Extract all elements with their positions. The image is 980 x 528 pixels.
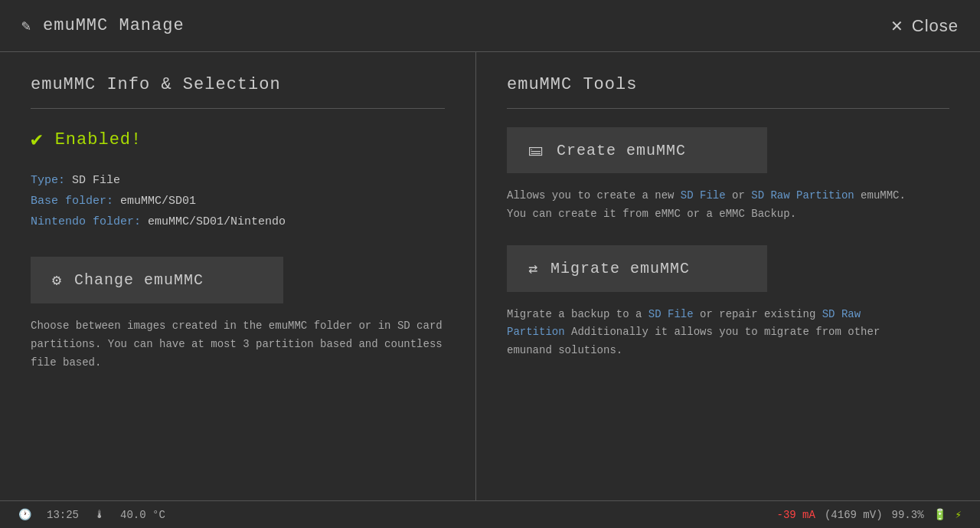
battery-icon: 🔋 (933, 508, 946, 521)
migrate-btn-label: Migrate emuMMC (550, 260, 690, 277)
close-icon: ✕ (890, 17, 904, 35)
nintendo-row: Nintendo folder: emuMMC/SD01/Nintendo (31, 212, 445, 232)
header-left: ✎ emuMMC Manage (21, 16, 185, 35)
right-section-title: emuMMC Tools (507, 75, 949, 94)
close-button[interactable]: ✕ Close (890, 16, 959, 36)
create-emummc-button[interactable]: 🖴 Create emuMMC (507, 127, 767, 173)
create-description: Allows you to create a new SD File or SD… (507, 187, 920, 224)
left-section-title: emuMMC Info & Selection (31, 75, 445, 94)
type-label: Type: (31, 174, 65, 187)
clock-icon: 🕐 (18, 508, 31, 521)
nintendo-value-text: emuMMC/SD01/Nintendo (148, 215, 286, 228)
create-raw-partition-link: SD Raw Partition (751, 189, 854, 202)
footer-right: -39 mA (4169 mV) 99.3% 🔋 ⚡ (777, 508, 962, 521)
footer-time: 13:25 (47, 509, 79, 521)
temp-icon: 🌡 (94, 509, 105, 521)
create-desc-before: Allows you to create a new (507, 189, 681, 202)
info-block: Type: SD File Base folder: emuMMC/SD01 N… (31, 170, 445, 232)
check-icon: ✔ (31, 127, 43, 152)
disk-icon: 🖴 (528, 141, 544, 159)
create-btn-label: Create emuMMC (557, 142, 686, 159)
footer-voltage: (4169 mV) (825, 509, 883, 521)
migrate-description: Migrate a backup to a SD File or repair … (507, 306, 920, 360)
change-btn-label: Change emuMMC (74, 271, 204, 289)
gear-icon: ⚙ (52, 271, 62, 290)
create-section: 🖴 Create emuMMC Allows you to create a n… (507, 127, 949, 224)
footer-current: -39 mA (777, 509, 815, 521)
footer-left: 🕐 13:25 🌡 40.0 °C (18, 508, 165, 521)
bolt-icon: ⚡ (956, 508, 962, 521)
footer: 🕐 13:25 🌡 40.0 °C -39 mA (4169 mV) 99.3%… (0, 500, 980, 528)
type-row: Type: SD File (31, 170, 445, 191)
base-value-text: emuMMC/SD01 (120, 195, 196, 208)
migrate-desc-middle: or repair existing (694, 308, 822, 320)
migrate-section: ⇄ Migrate emuMMC Migrate a backup to a S… (507, 245, 949, 360)
base-label: Base folder: (31, 195, 113, 208)
type-value-text: SD File (72, 174, 120, 187)
migrate-sd-file-link: SD File (648, 308, 694, 320)
footer-battery: 99.3% (892, 509, 924, 521)
close-label: Close (912, 16, 959, 36)
tools-sections: 🖴 Create emuMMC Allows you to create a n… (507, 127, 949, 382)
migrate-desc-before: Migrate a backup to a (507, 308, 648, 320)
right-panel: emuMMC Tools 🖴 Create emuMMC Allows you … (476, 52, 980, 500)
app-title: emuMMC Manage (43, 16, 185, 35)
left-panel: emuMMC Info & Selection ✔ Enabled! Type:… (0, 52, 476, 500)
footer-temperature: 40.0 °C (120, 509, 165, 521)
header: ✎ emuMMC Manage ✕ Close (0, 0, 980, 52)
migrate-icon: ⇄ (528, 259, 538, 278)
enabled-status: ✔ Enabled! (31, 127, 445, 152)
base-row: Base folder: emuMMC/SD01 (31, 191, 445, 212)
change-description: Choose between images created in the emu… (31, 317, 444, 372)
right-divider (507, 108, 949, 109)
pencil-icon: ✎ (21, 16, 31, 35)
main-content: emuMMC Info & Selection ✔ Enabled! Type:… (0, 52, 980, 500)
left-divider (31, 108, 445, 109)
enabled-text: Enabled! (55, 130, 142, 149)
change-emummc-button[interactable]: ⚙ Change emuMMC (31, 257, 283, 303)
create-sd-file-link: SD File (681, 189, 726, 202)
migrate-emummc-button[interactable]: ⇄ Migrate emuMMC (507, 245, 767, 292)
create-desc-middle: or (726, 189, 752, 202)
nintendo-label: Nintendo folder: (31, 215, 141, 228)
